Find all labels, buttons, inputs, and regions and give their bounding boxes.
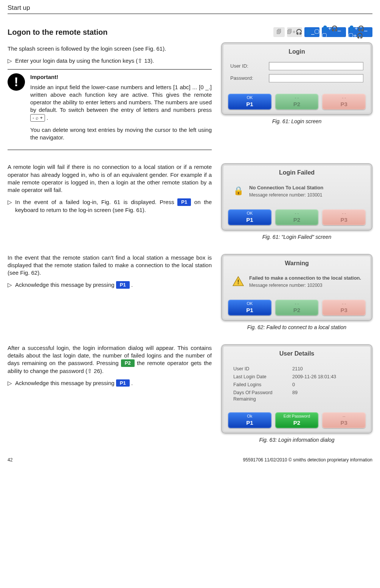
table-row: Last Login Date2009-11-26 18:01:43 — [233, 373, 360, 381]
page-footer: 42 95591706 11/02/2010 © smiths detectio… — [8, 457, 372, 463]
p1-key-icon: P1 — [116, 379, 130, 387]
table-row: Days Of Password Remaining89 — [233, 389, 360, 403]
p1-key-icon: P1 — [116, 281, 130, 289]
user-details-title: User Details — [225, 348, 369, 362]
table-row: Failed Logins0 — [233, 381, 360, 389]
p2-button[interactable]: - - P2 — [275, 300, 319, 316]
mode-icon-4: 👤+🎧⎯🖵 — [322, 27, 346, 37]
section-row-2: A remote login will fail if there is no … — [8, 163, 372, 240]
triangle-icon: ▷ — [8, 198, 12, 214]
msg-ref-number: Message reference number: 102003 — [249, 282, 361, 288]
header-rule — [8, 14, 372, 14]
zoom-key-icon: - ⌕ + — [30, 114, 45, 122]
important-label: Important! — [30, 73, 212, 81]
p3-button[interactable]: -- P3 — [322, 412, 366, 428]
cant-find-para: In the event that the remote station can… — [8, 254, 212, 277]
warning-title: Warning — [225, 258, 369, 271]
step-failed-login: ▷ In the event of a failed log-in, Fig. … — [8, 198, 212, 214]
p3-button[interactable]: - - P3 — [322, 209, 366, 225]
user-id-input[interactable] — [269, 62, 363, 70]
p3-button[interactable]: - - P3 — [322, 300, 366, 316]
mode-icon-5: 👤+🎧⎯🖵+🎧 — [348, 27, 372, 37]
important-text-1: Inside an input field the lower-case num… — [30, 84, 212, 122]
mode-icon-2: 🗐+🎧 — [287, 27, 302, 37]
no-connection-msg: No Connection To Local Station — [249, 184, 323, 191]
login-failed-dialog: Login Failed 🔒 No Connection To Local St… — [221, 163, 372, 230]
fig61-caption: Fig. 61: Login screen — [221, 118, 372, 125]
user-details-dialog: User Details User ID2110 Last Login Date… — [221, 344, 372, 433]
section-row-3: In the event that the remote station can… — [8, 254, 372, 331]
login-dialog-title: Login — [225, 46, 369, 60]
step-text: Enter your login data by using the funct… — [15, 57, 212, 65]
exclamation-icon: ! — [8, 73, 25, 91]
section-row-4: After a successful login, the login info… — [8, 344, 372, 444]
user-details-table: User ID2110 Last Login Date2009-11-26 18… — [230, 364, 363, 404]
chapter-heading: Start up — [8, 4, 372, 12]
p3-button[interactable]: - - P3 — [322, 94, 366, 110]
warning-dialog: Warning ! Failed to make a connection to… — [221, 254, 372, 321]
p1-ok-button[interactable]: OK P1 — [228, 94, 271, 110]
lock-icon: 🔒 — [232, 184, 245, 197]
p1-ok-button[interactable]: OK P1 — [228, 209, 271, 225]
page-number: 42 — [8, 457, 12, 463]
login-failed-title: Login Failed — [225, 167, 369, 181]
svg-text:!: ! — [237, 279, 239, 286]
p1-key-icon: P1 — [177, 198, 191, 206]
step-ack-details: ▷ Acknowledge this message by pressing P… — [8, 379, 212, 387]
fig62-caption: Fig. 62: Failed to connect to a local st… — [221, 324, 372, 331]
password-label: Password: — [230, 75, 264, 82]
remote-fail-para: A remote login will fail if there is no … — [8, 163, 212, 194]
triangle-icon: ▷ — [8, 281, 12, 289]
intro-para: The splash screen is followed by the log… — [8, 45, 212, 53]
table-row: User ID2110 — [233, 365, 360, 373]
password-input[interactable] — [269, 74, 363, 82]
section-row-1: Logon to the remote station The splash s… — [8, 27, 372, 150]
p1-ok-button[interactable]: Ok P1 — [228, 412, 271, 428]
failed-conn-msg: Failed to make a connection to the local… — [249, 275, 361, 282]
p2-button[interactable]: - - P2 — [275, 94, 319, 110]
p1-ok-button[interactable]: OK P1 — [228, 300, 271, 316]
p2-button[interactable]: - - P2 — [275, 209, 319, 225]
login-dialog: Login User ID: Password: OK P1 - - — [221, 42, 372, 115]
important-text-2: You can delete wrong text entries by mov… — [30, 126, 212, 142]
section-title: Logon to the remote station — [8, 27, 212, 37]
fig63-caption: Fig. 63: Login information dialog — [221, 436, 372, 444]
important-note: ! Important! Inside an input field the l… — [8, 69, 212, 150]
triangle-icon: ▷ — [8, 57, 12, 65]
mode-icon-3: 👤⎯🖵 — [304, 27, 320, 37]
step-ack-warning: ▷ Acknowledge this message by pressing P… — [8, 281, 212, 289]
success-login-para: After a successful login, the login info… — [8, 344, 212, 375]
msg-ref-number: Message reference number: 103001 — [249, 192, 323, 198]
mode-icon-strip: 🗐 🗐+🎧 👤⎯🖵 👤+🎧⎯🖵 👤+🎧⎯🖵+🎧 — [221, 27, 372, 37]
step-enter-login: ▷ Enter your login data by using the fun… — [8, 57, 212, 65]
warning-triangle-icon: ! — [232, 275, 245, 288]
mode-icon-1: 🗐 — [273, 27, 285, 37]
fig61b-caption: Fig. 61: "Login Failed" screen — [221, 234, 372, 241]
footer-copyright: 95591706 11/02/2010 © smiths detection p… — [243, 457, 372, 463]
p2-edit-password-button[interactable]: Edit Password P2 — [275, 412, 319, 428]
p2-key-icon: P2 — [121, 359, 135, 367]
user-id-label: User ID: — [230, 63, 264, 70]
triangle-icon: ▷ — [8, 379, 12, 387]
